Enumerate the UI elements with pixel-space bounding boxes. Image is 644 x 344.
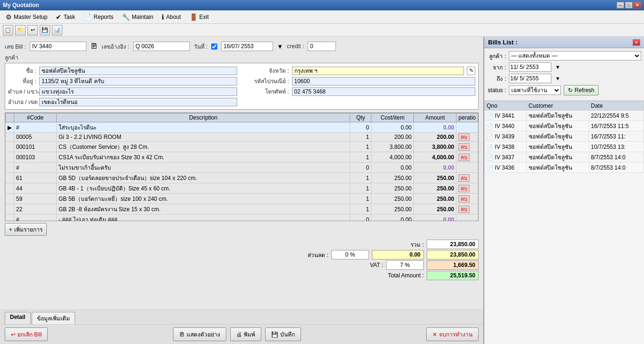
close-button[interactable]: ✕ จบการทำงาน [426, 327, 479, 341]
menu-exit[interactable]: 🚪 Exit [186, 12, 213, 22]
menu-master-setup[interactable]: ⚙ Master Setup [2, 12, 51, 22]
customer-name-input[interactable] [39, 67, 237, 75]
main-layout: เลข Bill : 🖹 เลขอ้างอิง : วันที่ : ▼ cre… [0, 37, 644, 344]
filter-status-select[interactable]: เฉพาะที่ใช้งาน [509, 86, 561, 95]
menu-maintain[interactable]: 🔧 Maintain [118, 12, 157, 22]
filter-status-row: status : เฉพาะที่ใช้งาน ↻ Refresh [487, 85, 641, 95]
cancel-bill-button[interactable]: ↩ ยกเลิก Bill [5, 327, 48, 341]
filter-from-date[interactable] [509, 62, 551, 72]
bill-stamp-icon[interactable]: 🖹 [90, 42, 98, 51]
toolbar-btn-1[interactable]: 📋 [3, 25, 13, 35]
toolbar-btn-2[interactable]: 📁 [15, 25, 26, 35]
discount-percent-input[interactable] [331, 250, 369, 259]
table-row[interactable]: 22GB 2B -8 ห้องสมัครงาน Size 15 x 30 cm.… [6, 204, 478, 215]
filter-customer-row: ลูกค้า : — แสดงทั้งหมด — [487, 51, 641, 60]
table-row[interactable]: 44GB 4B - 1（ระเบียบปฏิบัติ）Size 45 x 60 … [6, 183, 478, 194]
district-row: อำเภอ / เขต : [8, 97, 237, 106]
table-row[interactable]: 59GB 5B（บอร์ดกามะหยี่）size 100 x 240 cm.… [6, 194, 478, 204]
bills-list-item[interactable]: 📄 IV 3437ซอฟต์สปีดโซลูชัน8/7/2553 14:0 [485, 152, 644, 163]
toolbar-btn-4[interactable]: 💾 [40, 25, 50, 35]
delete-row-button[interactable]: ลบ [458, 174, 470, 182]
bills-list-close-button[interactable]: ✕ [633, 39, 640, 46]
delete-row-button[interactable]: ลบ [458, 195, 470, 203]
menu-task[interactable]: ✔ Task [52, 12, 79, 22]
row-cost: 250.00 [371, 204, 414, 215]
row-qty: 1 [350, 152, 371, 163]
items-table: #Code Description Qty Cost/item Amount p… [5, 113, 478, 221]
ref-number-input[interactable] [133, 42, 190, 51]
save-button[interactable]: 💾 บันทึก [265, 327, 301, 341]
delete-row-button[interactable]: ลบ [458, 185, 470, 192]
menu-about[interactable]: ℹ About [158, 12, 184, 22]
window-controls: ─ □ ✕ [617, 2, 641, 9]
postal-label: รหัสไปรษณีย์ : [247, 77, 289, 86]
bills-qno: 📄 IV 3440 [485, 121, 527, 131]
table-row[interactable]: 61GB 5D（บอร์ดลอยขายประจำเดือน）size 104 x… [6, 173, 478, 183]
add-row-label: เพิ่มรายการ [14, 225, 43, 234]
table-row[interactable]: 000103CS1A ระเบียบรับฝากของ Size 30 x 42… [6, 152, 478, 163]
row-qty: 1 [350, 204, 371, 215]
close-window-button[interactable]: ✕ [634, 2, 641, 9]
province-input[interactable] [292, 67, 464, 75]
filter-customer-select[interactable]: — แสดงทั้งหมด — [509, 51, 641, 60]
bills-table-wrapper[interactable]: Qno Customer Date 📄 IV 3441ซอฟต์สปีดโซลู… [484, 101, 644, 344]
to-calendar-icon[interactable]: ▼ [555, 76, 560, 81]
date-checkbox[interactable] [211, 43, 217, 50]
vat-percent-input[interactable] [386, 260, 424, 270]
bills-customer: ซอฟต์สปีดโซลูชัน [526, 142, 589, 152]
bills-list-item[interactable]: 📄 IV 3441ซอฟต์สปีดโซลูชัน22/12/2554 9:5 [485, 111, 644, 121]
total-amount: 23,850.00 [427, 240, 479, 249]
delete-row-button[interactable]: ลบ [458, 206, 470, 213]
address-input[interactable] [39, 77, 237, 86]
add-row-button[interactable]: + เพิ่มรายการ [5, 223, 47, 236]
table-wrapper[interactable]: #Code Description Qty Cost/item Amount p… [5, 112, 479, 221]
tab-additional[interactable]: ข้อมูลเพิ่มเติม [32, 312, 75, 324]
filter-to-date[interactable] [509, 74, 551, 83]
toolbar-btn-5[interactable]: 📊 [52, 25, 62, 35]
from-calendar-icon[interactable]: ▼ [555, 64, 560, 70]
print-button[interactable]: 🖨 พิมพ์ [230, 327, 261, 341]
delete-row-button[interactable]: ลบ [458, 143, 470, 151]
table-row[interactable]: #- ### ไม่เอา ท่อเดิม ###00.000.00 [6, 215, 478, 222]
bills-list-item[interactable]: 📄 IV 3439ซอฟต์สปีดโซลูชัน16/7/2553 11: [485, 131, 644, 142]
filter-status-label: status : [487, 87, 506, 94]
app-title: My Quotation [3, 2, 39, 9]
refresh-button[interactable]: ↻ Refresh [564, 85, 599, 95]
discount-label: ส่วนลด : [272, 250, 328, 259]
customer-grid: ชื่อ : ที่อยู่ : ตำบล / แขวง : อำเภ [8, 66, 475, 106]
province-edit-icon[interactable]: ✎ [467, 67, 475, 75]
plus-icon: + [9, 226, 12, 233]
row-description: CS1A ระเบียบรับฝากของ Size 30 x 42 Cm. [57, 152, 350, 163]
subdistrict-input[interactable] [39, 87, 237, 96]
bills-customer: ซอฟต์สปีดโซลูชัน [526, 163, 589, 173]
delete-row-button[interactable]: ลบ [458, 154, 470, 161]
main-panel: เลข Bill : 🖹 เลขอ้างอิง : วันที่ : ▼ cre… [0, 37, 483, 344]
table-row[interactable]: #ไม่รวมขาเก้าอี้นะครับ00.000.00 [6, 163, 478, 173]
delete-row-button[interactable]: ลบ [458, 133, 470, 141]
bills-date: 22/12/2554 9:5 [589, 111, 644, 121]
menu-exit-label: Exit [199, 14, 209, 20]
date-input[interactable] [221, 42, 273, 51]
refresh-label: Refresh [575, 87, 594, 94]
postal-input[interactable] [292, 77, 476, 86]
table-row[interactable]: 000101CS（Customer Service）สูง 28 Cm.13,8… [6, 142, 478, 152]
table-row[interactable]: ▶#ใส่ระบุอะไรดีนะ00.000.00 [6, 122, 478, 133]
calendar-icon[interactable]: ▼ [277, 43, 283, 50]
district-input[interactable] [39, 98, 237, 106]
bill-number-input[interactable] [30, 42, 86, 51]
menu-reports[interactable]: 📄 Reports [80, 12, 117, 22]
credit-input[interactable] [308, 42, 336, 51]
bills-list-item[interactable]: 📄 IV 3438ซอฟต์สปีดโซลูชัน10/7/2553 13: [485, 142, 644, 152]
toolbar-btn-3[interactable]: ↩ [27, 25, 38, 35]
minimize-button[interactable]: ─ [617, 2, 624, 9]
tab-detail[interactable]: Detail [5, 312, 31, 324]
phone-input[interactable] [292, 87, 476, 96]
bills-list-item[interactable]: 📄 IV 3436ซอฟต์สปีดโซลูชัน8/7/2553 14:0 [485, 163, 644, 173]
row-arrow [6, 183, 14, 194]
maximize-button[interactable]: □ [625, 2, 633, 9]
row-code: 44 [14, 183, 57, 194]
bills-list-item[interactable]: 📄 IV 3440ซอฟต์สปีดโซลูชัน16/7/2553 11:5 [485, 121, 644, 131]
preview-button[interactable]: 🖹 แสดงตัวอย่าง [173, 327, 226, 341]
table-row[interactable]: 00005Gi 3 - 2.2 LIVING ROOM1200.00200.00… [6, 133, 478, 142]
row-amount: 250.00 [414, 183, 456, 194]
